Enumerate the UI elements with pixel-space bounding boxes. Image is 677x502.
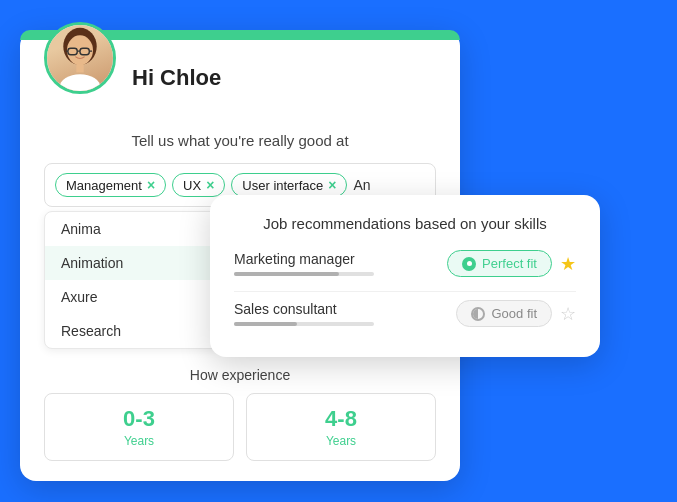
skill-search-input[interactable] — [353, 177, 393, 193]
job-row-sales: Sales consultant Good fit ☆ — [234, 300, 576, 327]
job-right-sales: Good fit ☆ — [456, 300, 576, 327]
exp-label-0-3: Years — [45, 434, 233, 448]
tag-management-remove[interactable]: × — [147, 177, 155, 193]
svg-rect-8 — [76, 63, 83, 72]
divider-jobs — [234, 291, 576, 292]
fit-dot-perfect — [462, 257, 476, 271]
fit-badge-perfect-label: Perfect fit — [482, 256, 537, 271]
tag-user-interface: User interface × — [231, 173, 347, 197]
card-header: Hi Chloe — [20, 40, 460, 132]
job-bar-sales — [234, 322, 374, 326]
job-right-marketing: Perfect fit ★ — [447, 250, 576, 277]
exp-box-4-8[interactable]: 4-8 Years — [246, 393, 436, 461]
job-bar-marketing — [234, 272, 374, 276]
job-name-sales: Sales consultant — [234, 301, 456, 317]
job-recommendations-card: Job recommendations based on your skills… — [210, 195, 600, 357]
svg-point-7 — [60, 74, 101, 91]
job-row-marketing: Marketing manager Perfect fit ★ — [234, 250, 576, 277]
exp-range-0-3: 0-3 — [45, 406, 233, 432]
greeting-text: Hi Chloe — [132, 65, 221, 91]
job-name-marketing: Marketing manager — [234, 251, 447, 267]
job-left-marketing: Marketing manager — [234, 251, 447, 276]
job-recommendations-title: Job recommendations based on your skills — [234, 215, 576, 232]
experience-section: How experience 0-3 Years 4-8 Years — [44, 367, 436, 461]
exp-box-0-3[interactable]: 0-3 Years — [44, 393, 234, 461]
tag-management: Management × — [55, 173, 166, 197]
avatar-image — [47, 25, 113, 91]
fit-badge-good-label: Good fit — [491, 306, 537, 321]
exp-label-4-8: Years — [247, 434, 435, 448]
job-bar-fill-marketing — [234, 272, 339, 276]
tag-ux: UX × — [172, 173, 225, 197]
fit-badge-good: Good fit — [456, 300, 552, 327]
star-marketing[interactable]: ★ — [560, 253, 576, 275]
tag-user-interface-remove[interactable]: × — [328, 177, 336, 193]
tag-ux-remove[interactable]: × — [206, 177, 214, 193]
experience-title: How experience — [44, 367, 436, 383]
job-bar-fill-sales — [234, 322, 297, 326]
avatar — [44, 22, 116, 94]
job-left-sales: Sales consultant — [234, 301, 456, 326]
fit-dot-good — [471, 307, 485, 321]
skills-section-title: Tell us what you're really good at — [44, 132, 436, 149]
fit-badge-perfect: Perfect fit — [447, 250, 552, 277]
experience-boxes: 0-3 Years 4-8 Years — [44, 393, 436, 461]
exp-range-4-8: 4-8 — [247, 406, 435, 432]
star-sales[interactable]: ☆ — [560, 303, 576, 325]
